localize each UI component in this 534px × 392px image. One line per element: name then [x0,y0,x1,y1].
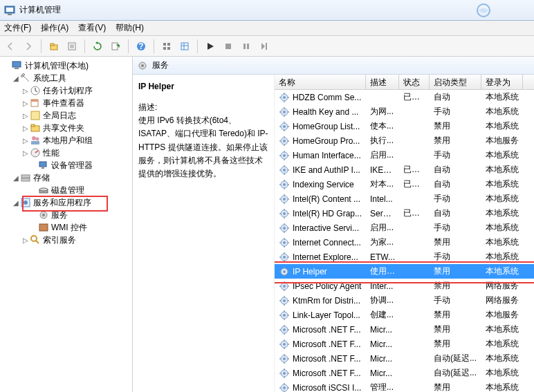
clock-icon [30,85,41,96]
service-startup: 自动 [430,178,481,190]
stop-service-button[interactable] [221,39,236,54]
table-row[interactable]: HomeGroup List...使本...禁用本地系统 [275,119,534,133]
tree-disk-mgmt[interactable]: 磁盘管理 [1,184,131,196]
view-detail-button[interactable] [177,39,192,54]
tree-task-scheduler[interactable]: ▷任务计划程序 [1,84,131,97]
index-icon [30,234,41,245]
table-row[interactable]: KtmRm for Distri...协调...手动网络服务 [275,293,534,308]
tree-storage[interactable]: ◢存储 [1,171,131,184]
service-gear-icon [279,208,290,219]
table-row[interactable]: Microsoft iSCSI I...管理...禁用本地系统 [275,380,534,392]
start-service-button[interactable] [203,39,218,54]
tree-services[interactable]: 服务 [1,209,131,221]
table-row[interactable]: HDZB Comm Se...已启动自动本地系统 [275,90,534,104]
service-gear-icon [279,121,290,132]
expand-icon[interactable]: ▷ [21,149,30,157]
svg-point-130 [283,285,286,288]
list-header[interactable]: 名称 描述 状态 启动类型 登录为 [275,75,534,90]
services-list[interactable]: 名称 描述 状态 启动类型 登录为 HDZB Comm Se...已启动自动本地… [275,75,534,392]
expand-icon[interactable]: ▷ [21,100,30,107]
collapse-icon[interactable]: ◢ [11,174,20,182]
service-desc: 启用... [366,222,399,234]
svg-point-136 [283,299,286,302]
view-large-button[interactable] [159,39,174,54]
menu-action[interactable]: 操作(A) [41,22,68,34]
restart-service-button[interactable] [257,39,272,54]
table-row[interactable]: IPsec Policy AgentInter...禁用网络服务 [275,279,534,293]
expand-icon[interactable]: ▷ [21,124,30,132]
refresh-button[interactable] [90,39,105,54]
table-row[interactable]: Internet Connect...为家...禁用本地系统 [275,235,534,250]
svg-point-166 [283,372,286,375]
service-logon: 本地系统 [481,164,523,176]
tree-performance[interactable]: ▷性能 [1,147,131,159]
service-startup: 手动 [430,251,481,263]
table-row[interactable]: Intel(R) Content ...Intel...手动本地系统 [275,192,534,206]
svg-point-64 [283,125,286,128]
menu-view[interactable]: 查看(V) [78,22,106,34]
collapse-icon[interactable]: ◢ [11,199,20,207]
computer-icon [12,60,23,71]
service-logon: 本地服务 [481,135,523,147]
svg-point-50 [141,64,144,67]
tree-system-tools[interactable]: ◢系统工具 [1,72,131,84]
table-row[interactable]: Intel(R) HD Grap...Servi...已启动自动本地系统 [275,206,534,221]
col-startup[interactable]: 启动类型 [430,75,481,89]
table-row[interactable]: HomeGroup Pro...执行...禁用本地服务 [275,133,534,148]
tree-shared-folders[interactable]: ▷全局日志 [1,109,131,122]
service-detail-pane: IP Helper 描述: 使用 IPv6 转换技术(6to4、ISATAP、端… [133,75,275,392]
expand-icon[interactable]: ▷ [21,137,30,144]
table-row[interactable]: Microsoft .NET F...Micr...禁用本地系统 [275,337,534,351]
expand-icon[interactable]: ▷ [21,87,30,95]
table-row[interactable]: Link-Layer Topol...创建...禁用本地服务 [275,308,534,322]
svg-rect-10 [112,43,118,50]
service-name: Microsoft iSCSI I... [293,383,361,393]
tree-root[interactable]: 计算机管理(本地) [1,59,131,72]
right-pane-title: 服务 [152,59,169,71]
svg-point-43 [24,200,28,205]
table-row[interactable]: Microsoft .NET F...Micr...自动(延迟...本地系统 [275,351,534,366]
tree-device-manager[interactable]: 设备管理器 [1,159,131,171]
svg-rect-16 [167,47,170,50]
service-name: HomeGroup Pro... [293,136,360,146]
table-row[interactable]: IKE and AuthIP I...IKEE...已启动自动本地系统 [275,162,534,177]
svg-point-94 [283,198,286,200]
col-logon[interactable]: 登录为 [481,75,523,89]
menu-file[interactable]: 文件(F) [4,22,31,34]
service-desc: Micr... [366,368,399,378]
collapse-icon[interactable]: ◢ [11,75,20,82]
table-row[interactable]: Health Key and ...为网...手动本地系统 [275,104,534,119]
table-row[interactable]: Human Interface...启用...手动本地系统 [275,148,534,162]
pause-service-button[interactable] [239,39,254,54]
table-row[interactable]: Internet Explore...ETW...手动本地系统 [275,250,534,264]
tree-indexing[interactable]: ▷索引服务 [1,234,131,246]
svg-point-41 [39,188,48,191]
service-name: Microsoft .NET F... [293,325,360,335]
service-status: 已启动 [399,178,430,190]
navigation-tree[interactable]: 计算机管理(本地) ◢系统工具 ▷任务计划程序 ▷事件查看器 ▷全局日志 ▷共享… [0,57,133,392]
tree-services-apps[interactable]: ◢服务和应用程序 [1,196,131,209]
expand-icon[interactable]: ▷ [21,112,30,120]
service-name: HDZB Comm Se... [293,93,361,102]
menu-help[interactable]: 帮助(H) [116,22,144,34]
col-desc[interactable]: 描述 [366,75,399,89]
table-row[interactable]: Interactive Servi...启用...手动本地系统 [275,221,534,235]
svg-rect-22 [247,44,249,49]
tree-local-users[interactable]: ▷本地用户和组 [1,134,131,147]
tree-wmi[interactable]: WMI 控件 [1,221,131,234]
col-name[interactable]: 名称 [275,75,366,89]
table-row[interactable]: IP Helper使用 ...禁用本地系统 [275,264,534,279]
up-button[interactable] [46,39,62,54]
table-row[interactable]: Microsoft .NET F...Micr...自动(延迟...本地系统 [275,366,534,380]
help-button[interactable]: ? [134,39,149,54]
service-status: 已启动 [399,164,430,176]
service-name: Microsoft .NET F... [293,339,360,349]
expand-icon[interactable]: ▷ [21,236,30,244]
properties-button[interactable] [64,39,80,54]
tree-shared[interactable]: ▷共享文件夹 [1,122,131,134]
table-row[interactable]: Microsoft .NET F...Micr...禁用本地系统 [275,322,534,337]
table-row[interactable]: Indexing Service对本...已启动自动本地系统 [275,177,534,192]
tree-event-viewer[interactable]: ▷事件查看器 [1,97,131,109]
col-status[interactable]: 状态 [399,75,430,89]
export-button[interactable] [108,39,123,54]
